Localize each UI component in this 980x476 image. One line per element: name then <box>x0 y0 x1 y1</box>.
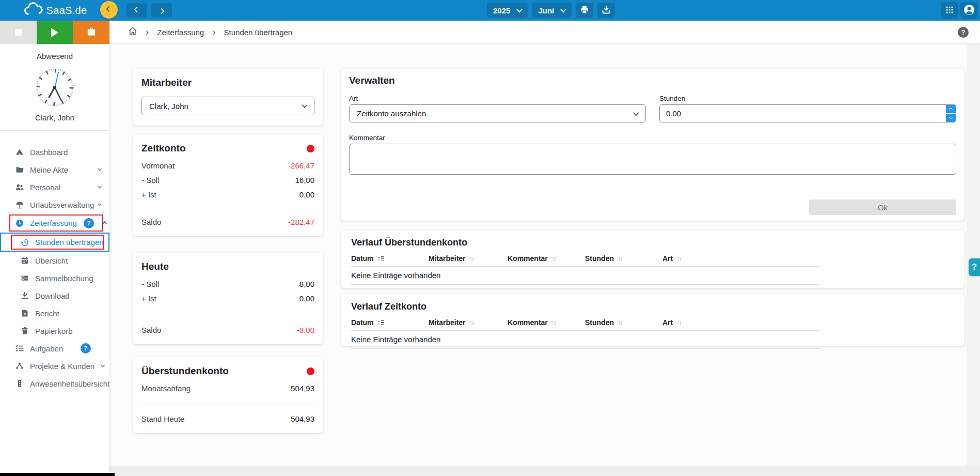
spinner-up-button[interactable] <box>946 105 956 113</box>
time-clock-buttons <box>0 21 109 44</box>
account-button[interactable] <box>960 2 978 19</box>
stat-label: Stand Heute <box>141 414 184 423</box>
sidebar-item-aufgaben[interactable]: Aufgaben 7 <box>0 340 109 357</box>
divider <box>141 207 314 207</box>
stunden-label: Stunden <box>659 95 956 102</box>
column-header-mitarbeiter[interactable]: Mitarbeiter↑↓ <box>429 254 508 263</box>
stand-row: Stand Heute 504,93 <box>141 411 314 426</box>
sidebar-item-uebersicht[interactable]: Übersicht <box>0 252 109 269</box>
clock-avatar <box>0 67 109 108</box>
sort-icon: ↑↓ <box>469 255 474 262</box>
spinner-down-button[interactable] <box>946 114 956 122</box>
sidebar-item-meine-akte[interactable]: Meine Akte <box>0 161 109 178</box>
breadcrumb-stunden-uebertragen: Stunden übertragen <box>224 28 293 37</box>
sidebar-item-papierkorb[interactable]: Papierkorb <box>0 322 109 340</box>
year-value: 2025 <box>493 6 510 15</box>
sidebar-item-urlaubsverwaltung[interactable]: Urlaubsverwaltung <box>0 196 109 213</box>
zeitkonto-title: Zeitkonto <box>141 143 186 154</box>
bottom-black-strip <box>0 473 115 476</box>
support-help-tab[interactable]: ? <box>969 258 980 276</box>
sidebar-item-projekte-kunden[interactable]: Projekte & Kunden <box>0 357 109 375</box>
sidebar-item-label: Papierkorb <box>35 327 73 335</box>
chevron-down-icon <box>561 7 566 12</box>
year-select[interactable]: 2025 <box>487 3 528 18</box>
mitarbeiter-title: Mitarbeiter <box>141 77 314 88</box>
history-icon <box>21 238 29 247</box>
grid-icon <box>945 6 954 16</box>
sidebar-collapse-button[interactable] <box>100 1 118 19</box>
heute-title: Heute <box>141 261 169 272</box>
kommentar-label: Kommentar <box>349 134 956 142</box>
sidebar-item-bericht[interactable]: x Bericht <box>0 304 109 322</box>
export-download-button[interactable] <box>597 3 615 18</box>
apps-grid-button[interactable] <box>941 2 958 19</box>
stat-label: - Soll <box>141 280 159 288</box>
chevron-left-icon <box>134 7 139 12</box>
download-icon <box>21 291 29 300</box>
stat-value: -282,47 <box>288 218 314 226</box>
month-select[interactable]: Juni <box>532 3 572 18</box>
sidebar-item-stunden-uebertragen[interactable]: Stunden übertragen <box>0 233 109 252</box>
left-column: Mitarbeiter Clark, John Zeitkonto Vormon… <box>133 69 323 433</box>
sidebar-item-personal[interactable]: Personal <box>0 178 109 196</box>
column-header-datum[interactable]: Datum↑ <box>351 254 429 263</box>
mitarbeiter-selected-value: Clark, John <box>149 102 188 111</box>
stat-row: - Soll 16,00 <box>141 173 314 187</box>
breadcrumb-zeiterfassung[interactable]: Zeiterfassung <box>157 28 204 37</box>
column-header-datum[interactable]: Datum↑ <box>351 318 429 327</box>
column-header-art[interactable]: Art↑↓ <box>662 318 819 327</box>
print-button[interactable] <box>576 3 593 18</box>
main-content: Mitarbeiter Clark, John Zeitkonto Vormon… <box>109 44 980 476</box>
right-column: Verwalten Art Zeitkonto auszahlen Stunde… <box>341 69 965 352</box>
briefcase-icon <box>86 26 97 38</box>
divider <box>141 404 314 404</box>
home-icon[interactable] <box>128 26 137 38</box>
stat-label: Saldo <box>141 326 161 334</box>
column-header-stunden[interactable]: Stunden↑↓ <box>585 254 662 263</box>
sidebar-item-dashboard[interactable]: Dashboard <box>0 143 109 161</box>
sidebar-item-download[interactable]: Download <box>0 287 109 304</box>
stat-value: 0,00 <box>299 294 314 303</box>
column-header-kommentar[interactable]: Kommentar↑↓ <box>508 254 585 263</box>
aufgaben-count-badge: 7 <box>81 343 91 354</box>
empty-table-message: Keine Einträge vorhanden <box>351 331 819 349</box>
presence-status: Abwesend <box>0 52 109 60</box>
start-button[interactable] <box>37 21 73 44</box>
breadcrumb-separator: › <box>146 27 149 37</box>
sidebar-item-label: Zeiterfassung <box>30 219 77 227</box>
sort-ascending-icon: ↑ <box>377 319 384 326</box>
chevron-down-icon <box>101 363 105 367</box>
art-select[interactable]: Zeitkonto auszahlen <box>349 104 646 122</box>
sidebar-item-label: Sammelbuchung <box>35 274 93 283</box>
topbar: SaaS.de 2025 Juni <box>0 0 980 21</box>
work-briefcase-button[interactable] <box>73 21 109 44</box>
sidebar-item-label: Personal <box>30 183 60 192</box>
logo-text: SaaS.de <box>46 5 87 17</box>
kommentar-field-group: Kommentar <box>349 134 956 177</box>
help-icon[interactable]: ? <box>958 27 969 38</box>
column-header-kommentar[interactable]: Kommentar↑↓ <box>508 318 585 327</box>
forward-button[interactable] <box>151 3 172 18</box>
trash-icon <box>21 327 29 335</box>
topbar-right <box>941 2 978 19</box>
sidebar-item-anwesenheitsuebersicht[interactable]: Anwesenheitsübersicht <box>0 375 109 392</box>
column-header-art[interactable]: Art↑↓ <box>662 254 819 263</box>
sort-icon: ↑↓ <box>618 319 622 326</box>
checklist-icon <box>15 344 24 352</box>
mitarbeiter-select[interactable]: Clark, John <box>141 97 314 115</box>
stunden-input[interactable] <box>659 104 956 122</box>
back-button[interactable] <box>127 3 147 18</box>
stop-button[interactable] <box>0 21 37 44</box>
stat-value: -266,47 <box>288 161 314 170</box>
kommentar-textarea[interactable] <box>349 144 956 175</box>
sidebar-item-zeiterfassung[interactable]: Zeiterfassung 7 <box>0 213 109 233</box>
column-header-mitarbeiter[interactable]: Mitarbeiter↑↓ <box>429 318 508 327</box>
stat-label: Vormonat <box>141 161 175 170</box>
column-header-stunden[interactable]: Stunden↑↓ <box>585 318 662 327</box>
verlauf-ueberstundenkonto-title: Verlauf Überstundenkonto <box>351 237 954 248</box>
heute-card: Heute - Soll 8,00 + Ist 0,00 Saldo -8,00 <box>133 253 323 344</box>
sidebar-item-sammelbuchung[interactable]: Sammelbuchung <box>0 269 109 287</box>
stop-icon <box>15 29 22 36</box>
breadcrumb-separator: › <box>212 27 215 37</box>
ok-button[interactable]: Ok <box>809 199 956 215</box>
